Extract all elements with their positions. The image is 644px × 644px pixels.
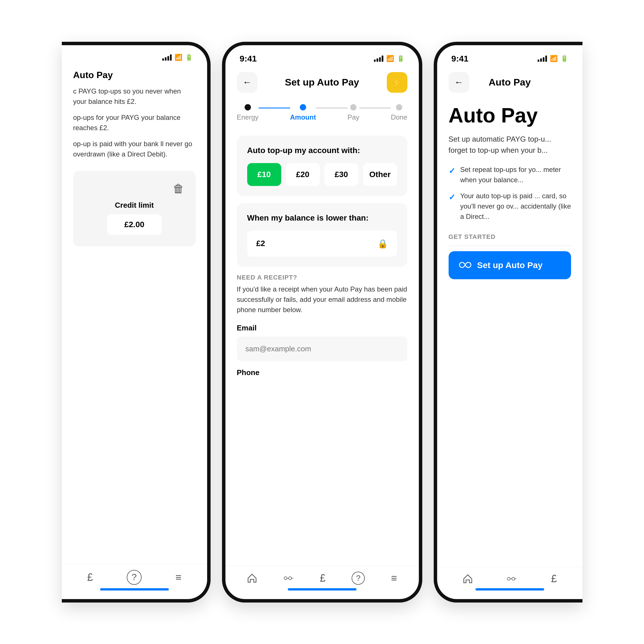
svg-point-2: [289, 576, 292, 579]
nav-home-right[interactable]: [463, 574, 473, 584]
back-arrow-right: ←: [454, 77, 463, 88]
phone-left: 📶 🔋 Auto Pay c PAYG top-ups so you never…: [62, 42, 211, 603]
status-time-right: 9:41: [451, 54, 469, 64]
back-button-right[interactable]: ←: [449, 72, 469, 93]
amount-30[interactable]: £30: [324, 163, 358, 186]
amount-other[interactable]: Other: [363, 163, 397, 186]
page-title-left: Auto Pay: [73, 70, 196, 80]
step-done: Done: [391, 104, 407, 121]
step-dot-amount: [300, 104, 306, 110]
nav-pound-center[interactable]: £: [320, 572, 326, 584]
bottom-nav-left: £ ? ≡: [62, 564, 207, 599]
step-energy: Energy: [237, 104, 259, 121]
check-text-2: Your auto top-up is paid ... card, so yo…: [460, 191, 571, 222]
nav-help-left[interactable]: ?: [127, 570, 142, 585]
lightning-icon: ⚡: [391, 77, 403, 88]
check-mark-1: ✓: [449, 165, 455, 177]
nav-activity-right[interactable]: [507, 576, 517, 582]
wifi-icon-center: 📶: [386, 55, 394, 62]
amount-10[interactable]: £10: [247, 163, 281, 186]
credit-label: Credit limit: [115, 201, 154, 210]
status-bar-right: 9:41 📶 🔋: [437, 45, 582, 66]
nav-home-center[interactable]: [247, 573, 257, 583]
step-label-amount: Amount: [290, 113, 316, 121]
phone-label: Phone: [237, 368, 407, 377]
body-text-2: op-ups for your PAYG your balance reache…: [73, 112, 196, 133]
credit-card: 🗑 Credit limit £2.00: [73, 171, 196, 246]
balance-title: When my balance is lower than:: [247, 213, 397, 223]
battery-icon-right: 🔋: [560, 55, 568, 62]
status-time-center: 9:41: [240, 54, 257, 64]
center-content: Auto top-up my account with: £10 £20 £30…: [225, 130, 419, 566]
credit-value: £2.00: [107, 214, 161, 235]
bottom-nav-right: £: [437, 567, 582, 599]
email-input[interactable]: [237, 336, 407, 361]
receipt-section: NEED A RECEIPT? If you'd like a receipt …: [237, 274, 407, 387]
signal-icon-center: [374, 56, 383, 62]
step-dot-pay: [350, 104, 356, 110]
signal-icon-left: [162, 54, 172, 61]
battery-icon-center: 🔋: [397, 55, 405, 62]
svg-point-0: [284, 576, 287, 579]
nav-activity-center[interactable]: [284, 575, 294, 581]
step-dot-energy: [245, 104, 251, 110]
nav-title-center: Set up Auto Pay: [285, 77, 359, 88]
step-line-1: [259, 108, 290, 108]
step-pay: Pay: [348, 104, 359, 121]
trash-icon[interactable]: 🗑: [173, 182, 184, 195]
body-text-1: c PAYG top-ups so you never when your ba…: [73, 86, 196, 107]
lock-icon: 🔒: [377, 239, 388, 249]
nav-header-center: ← Set up Auto Pay ⚡: [225, 66, 419, 98]
receipt-desc: If you'd like a receipt when your Auto P…: [237, 284, 407, 315]
balance-value: £2: [256, 239, 265, 248]
nav-help-center[interactable]: ?: [352, 572, 365, 585]
phone-right: 9:41 📶 🔋 ← Auto Pay Auto Pay Set up a: [434, 42, 582, 603]
back-arrow-center: ←: [243, 77, 252, 88]
bottom-nav-center: £ ? ≡: [225, 566, 419, 599]
step-amount: Amount: [290, 104, 316, 121]
scene: 📶 🔋 Auto Pay c PAYG top-ups so you never…: [0, 0, 644, 644]
nav-menu-center[interactable]: ≡: [391, 572, 397, 584]
signal-icon-right: [538, 56, 547, 62]
step-line-3: [359, 108, 391, 108]
autopay-desc: Set up automatic PAYG top-u...forget to …: [449, 134, 571, 156]
divider-line: [449, 246, 571, 246]
phone-center: 9:41 📶 🔋 ← Set up Auto Pay ⚡: [222, 42, 422, 603]
amount-buttons: £10 £20 £30 Other: [247, 163, 397, 186]
step-label-done: Done: [391, 113, 407, 121]
receipt-label: NEED A RECEIPT?: [237, 274, 407, 281]
step-line-2: [316, 108, 347, 108]
svg-point-4: [508, 577, 510, 580]
check-list: ✓ Set repeat top-ups for yo... meter whe…: [449, 165, 571, 222]
step-label-pay: Pay: [348, 113, 359, 121]
nav-header-right: ← Auto Pay: [437, 66, 582, 98]
progress-steps: Energy Amount Pay Done: [225, 98, 419, 130]
check-mark-2: ✓: [449, 191, 455, 203]
check-item-2: ✓ Your auto top-up is paid ... card, so …: [449, 191, 571, 222]
nav-menu-left[interactable]: ≡: [175, 571, 181, 583]
autopay-heading: Auto Pay: [449, 104, 571, 127]
nav-title-right: Auto Pay: [489, 77, 531, 88]
wifi-icon-right: 📶: [550, 55, 558, 62]
back-button-center[interactable]: ←: [237, 72, 257, 93]
check-item-1: ✓ Set repeat top-ups for yo... meter whe…: [449, 165, 571, 185]
right-content: Auto Pay Set up automatic PAYG top-u...f…: [437, 98, 582, 567]
status-bar-left: 📶 🔋: [62, 45, 207, 64]
nav-pound-left[interactable]: £: [87, 571, 93, 583]
email-label: Email: [237, 324, 407, 332]
lightning-button[interactable]: ⚡: [387, 72, 407, 93]
infinity-icon: [459, 259, 471, 271]
step-label-energy: Energy: [237, 113, 259, 121]
topup-title: Auto top-up my account with:: [247, 146, 397, 155]
body-text-3: op-up is paid with your bank ll never go…: [73, 139, 196, 159]
setup-autopay-button[interactable]: Set up Auto Pay: [449, 251, 571, 279]
get-started-label: GET STARTED: [449, 233, 571, 241]
wifi-icon-left: 📶: [175, 54, 182, 61]
check-text-1: Set repeat top-ups for yo... meter when …: [460, 165, 571, 185]
step-dot-done: [396, 104, 402, 110]
topup-card: Auto top-up my account with: £10 £20 £30…: [237, 136, 407, 196]
left-content: Auto Pay c PAYG top-ups so you never whe…: [62, 64, 207, 564]
amount-20[interactable]: £20: [286, 163, 320, 186]
nav-pound-right[interactable]: £: [551, 573, 557, 585]
svg-point-6: [512, 577, 515, 580]
